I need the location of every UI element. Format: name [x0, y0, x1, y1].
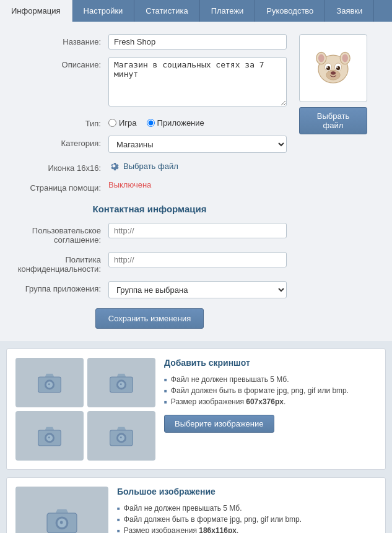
- name-label: Название:: [12, 34, 108, 46]
- category-row: Категория: Магазины: [12, 136, 287, 153]
- form-fields: Название: Описание: Магазин в социальных…: [12, 34, 287, 329]
- screenshot-bullet-1: Файл не должен превышать 5 Мб.: [164, 374, 377, 385]
- tab-statistics[interactable]: Статистика: [134, 0, 199, 22]
- large-bullet-3: Размер изображения 186x116px.: [117, 525, 377, 533]
- icon-control: Выбрать файл: [108, 160, 287, 171]
- help-control: Выключена: [108, 180, 287, 189]
- form-wrapper: Название: Описание: Магазин в социальных…: [12, 34, 373, 329]
- privacy-label: Политика конфиденциальности:: [12, 252, 108, 274]
- thumb-3: [15, 411, 84, 461]
- description-row: Описание: Магазин в социальных сетях за …: [12, 57, 287, 108]
- screenshot-bullets: Файл не должен превышать 5 Мб. Файл долж…: [164, 374, 377, 407]
- large-image-bullets: Файл не должен превышать 5 Мб. Файл долж…: [117, 503, 377, 533]
- large-bullet-2: Файл должен быть в формате jpg, png, gif…: [117, 514, 377, 525]
- user-agreement-control: [108, 223, 287, 238]
- category-label: Категория:: [12, 136, 108, 148]
- large-image-title: Большое изображение: [117, 487, 377, 496]
- group-label: Группа приложения:: [12, 281, 108, 293]
- top-form-area: Название: Описание: Магазин в социальных…: [12, 34, 373, 329]
- gear-icon: [108, 160, 120, 171]
- tab-applications[interactable]: Заявки: [325, 0, 374, 22]
- name-row: Название:: [12, 34, 287, 50]
- icon-label: Иконка 16x16:: [12, 160, 108, 173]
- tab-information[interactable]: Информация: [0, 0, 72, 22]
- thumb-2: [87, 358, 155, 407]
- large-bullet-1: Файл не должен превышать 5 Мб.: [117, 503, 377, 514]
- help-label: Страница помощи:: [12, 180, 108, 193]
- camera-icon-4: [108, 422, 135, 451]
- logo-box: [299, 34, 367, 102]
- radio-app[interactable]: [147, 119, 155, 127]
- large-thumb: [15, 487, 108, 533]
- camera-icon-large: [45, 503, 79, 534]
- type-row: Тип: Игра Приложение: [12, 116, 287, 128]
- radio-game-text: Игра: [119, 118, 137, 128]
- user-agreement-input[interactable]: [108, 223, 287, 238]
- thumb-4: [87, 411, 155, 461]
- name-input[interactable]: [108, 34, 287, 50]
- type-label: Тип:: [12, 116, 108, 128]
- svg-point-12: [331, 71, 336, 75]
- icon-row-inner: Выбрать файл: [108, 160, 287, 171]
- user-agreement-label: Пользовательское соглашение:: [12, 223, 108, 245]
- svg-point-22: [120, 383, 122, 385]
- user-agreement-row: Пользовательское соглашение:: [12, 223, 287, 245]
- svg-point-10: [336, 66, 338, 67]
- camera-icon-3: [36, 422, 63, 451]
- help-status: Выключена: [108, 180, 151, 189]
- svg-point-32: [120, 436, 122, 438]
- tab-guide[interactable]: Руководство: [255, 0, 325, 22]
- camera-icon-2: [108, 368, 135, 397]
- svg-point-27: [48, 436, 50, 438]
- large-size-text: Размер изображения 186x116px.: [124, 526, 238, 533]
- icon-choose-link[interactable]: Выбрать файл: [123, 162, 178, 171]
- description-label: Описание:: [12, 57, 108, 69]
- group-row: Группа приложения: Группа не выбрана: [12, 281, 287, 298]
- privacy-control: [108, 252, 287, 267]
- description-control: Магазин в социальных сетях за 7 минут: [108, 57, 287, 108]
- large-image-section: Большое изображение Файл не должен превы…: [6, 477, 386, 533]
- icon-row: Иконка 16x16: Выбрать файл: [12, 160, 287, 173]
- type-control: Игра Приложение: [108, 116, 287, 128]
- svg-point-4: [342, 54, 348, 63]
- name-control: [108, 34, 287, 50]
- screenshot-section: Добавить скриншот Файл не должен превыша…: [6, 349, 386, 470]
- category-control: Магазины: [108, 136, 287, 153]
- save-button[interactable]: Сохранить изменения: [95, 308, 204, 329]
- thumb-1: [15, 358, 84, 407]
- choose-file-button[interactable]: Выбрать файл: [299, 107, 367, 134]
- radio-game-label[interactable]: Игра: [108, 118, 137, 128]
- screenshot-size-text: Размер изображения 607x376px.: [171, 397, 285, 406]
- screenshot-bullet-3: Размер изображения 607x376px.: [164, 396, 377, 407]
- tab-payments[interactable]: Платежи: [200, 0, 256, 22]
- tab-bar: Информация Настройки Статистика Платежи …: [0, 0, 392, 22]
- radio-game[interactable]: [108, 119, 116, 127]
- svg-point-3: [318, 54, 324, 63]
- radio-app-text: Приложение: [157, 118, 204, 128]
- svg-point-9: [326, 66, 328, 67]
- screenshot-thumbnails: [15, 358, 155, 461]
- screenshot-select-button[interactable]: Выберите изображение: [164, 415, 274, 433]
- contact-header: Контактная информация: [12, 204, 287, 214]
- category-select[interactable]: Магазины: [108, 136, 287, 153]
- group-select[interactable]: Группа не выбрана: [108, 281, 287, 298]
- screenshot-info: Добавить скриншот Файл не должен превыша…: [164, 358, 377, 461]
- svg-point-37: [60, 521, 63, 524]
- screenshot-title: Добавить скриншот: [164, 358, 377, 368]
- tab-settings[interactable]: Настройки: [72, 0, 135, 22]
- group-control: Группа не выбрана: [108, 281, 287, 298]
- svg-point-17: [48, 383, 50, 385]
- radio-group: Игра Приложение: [108, 116, 287, 128]
- privacy-row: Политика конфиденциальности:: [12, 252, 287, 274]
- help-row: Страница помощи: Выключена: [12, 180, 287, 193]
- privacy-input[interactable]: [108, 252, 287, 267]
- mascot-image: [308, 43, 358, 93]
- large-image-info: Большое изображение Файл не должен превы…: [117, 487, 377, 533]
- main-content: Название: Описание: Магазин в социальных…: [0, 22, 392, 341]
- camera-icon-1: [36, 368, 63, 397]
- description-input[interactable]: Магазин в социальных сетях за 7 минут: [108, 57, 287, 106]
- radio-app-label[interactable]: Приложение: [147, 118, 204, 128]
- screenshot-bullet-2: Файл должен быть в формате jpg, png, gif…: [164, 385, 377, 396]
